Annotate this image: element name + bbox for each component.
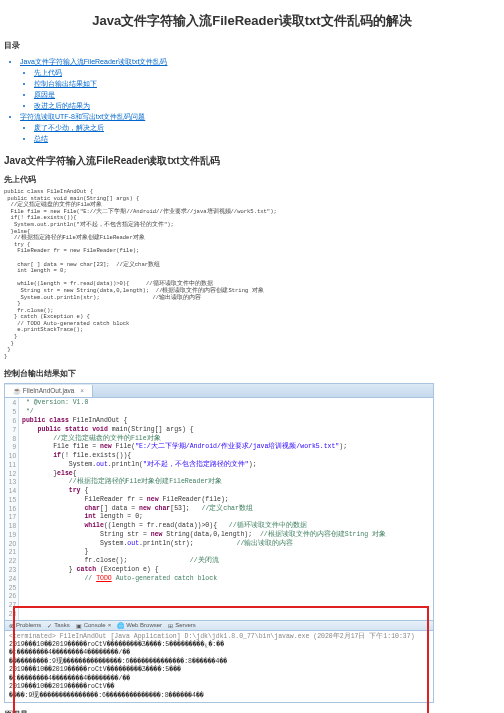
subsection-heading: 先上代码 (4, 174, 504, 185)
ide-tab-bar: ☕ FileInAndOut.java × (5, 384, 433, 398)
toc-link[interactable]: 字符流读取UTF-8和写出txt文件乱码问题 (20, 112, 504, 122)
subsection-heading: 控制台输出结果如下 (4, 368, 504, 379)
toc-link[interactable]: 总结 (34, 134, 504, 144)
table-of-contents: Java文件字符输入流FileReader读取txt文件乱码 先上代码 控制台输… (20, 57, 504, 144)
toc-link[interactable]: 控制台输出结果如下 (34, 79, 504, 89)
toc-label: 目录 (4, 40, 504, 51)
highlight-box (13, 606, 429, 713)
editor-tab-label: FileInAndOut.java (23, 387, 75, 394)
line-gutter: 4567891011121314151617181920212223242526… (5, 398, 19, 619)
toc-link[interactable]: 废了不少劲，解决之后 (34, 123, 504, 133)
page-title: Java文件字符输入流FileReader读取txt文件乱码的解决 (0, 12, 504, 30)
toc-link[interactable]: 先上代码 (34, 68, 504, 78)
java-file-icon: ☕ (13, 387, 21, 394)
toc-link[interactable]: 改进之后的结果为 (34, 101, 504, 111)
toc-link[interactable]: Java文件字符输入流FileReader读取txt文件乱码 (20, 57, 504, 67)
toc-link[interactable]: 原因是 (34, 90, 504, 100)
code-editor[interactable]: * @version: V1.0 */public class FileInAn… (19, 398, 433, 619)
code-listing-1: public class FileInAndOut { public stati… (4, 189, 504, 360)
close-icon[interactable]: × (80, 387, 84, 394)
ide-screenshot: ☕ FileInAndOut.java × 456789101112131415… (4, 383, 434, 703)
section-heading: Java文件字符输入流FileReader读取txt文件乱码 (4, 154, 504, 168)
editor-tab[interactable]: ☕ FileInAndOut.java × (5, 385, 93, 397)
